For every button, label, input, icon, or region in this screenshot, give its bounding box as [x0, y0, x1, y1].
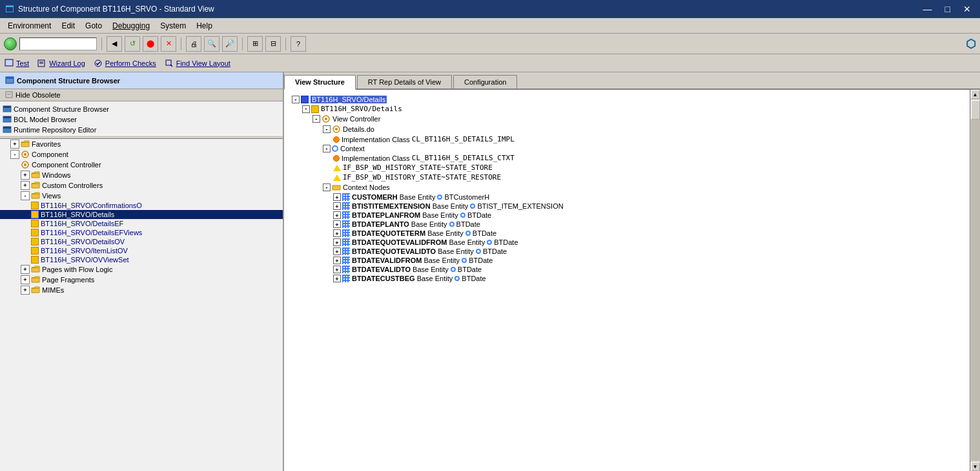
rt-qvfrom-toggle[interactable]: +	[333, 238, 341, 246]
sidebar-item-favorites[interactable]: + Favorites	[0, 139, 283, 149]
sidebar-item-fragments[interactable]: + Page Fragments	[0, 275, 283, 285]
sidebar-item-bol-model[interactable]: BOL Model Browser	[0, 114, 283, 125]
status-indicator[interactable]	[4, 37, 17, 50]
help-button[interactable]: ?	[291, 36, 306, 52]
rt-quoteterm-toggle[interactable]: +	[333, 229, 341, 237]
sidebar-item-view-confirm[interactable]: BT116H_SRVO/ConfirmationsO	[0, 201, 283, 210]
command-input[interactable]	[19, 37, 97, 50]
rt-btdatequoteterm[interactable]: + BTDATEQUOTETERM Base Entity BTDate	[289, 229, 975, 238]
tool1-button[interactable]: ⊞	[247, 36, 263, 52]
rt-warn-2[interactable]: IF_BSP_WD_HISTORY_STATE~STATE_RESTORE	[289, 173, 975, 182]
wizard-log-action[interactable]: Wizard Log	[37, 58, 85, 68]
sidebar-item-comp-ctrl[interactable]: Component Controller	[0, 160, 283, 170]
sidebar-item-view-itemlist[interactable]: BT116H_SRVO/ItemListOV	[0, 246, 283, 255]
find-button[interactable]: 🔍	[204, 36, 219, 52]
sidebar-item-windows[interactable]: + Windows	[0, 170, 283, 180]
rt-btdateplanfrom[interactable]: + BTDATEPLANFROM Base Entity BTDate	[289, 211, 975, 220]
mimes-toggle[interactable]: +	[21, 286, 30, 295]
scrollbar-thumb[interactable]	[971, 100, 980, 120]
sidebar-item-view-ovviewset[interactable]: BT116H_SRVO/OVViewSet	[0, 255, 283, 264]
fragments-toggle[interactable]: +	[21, 275, 30, 284]
rt-btist-entity-icon	[470, 204, 475, 209]
rt-qvto-toggle[interactable]: +	[333, 247, 341, 255]
scrollbar-up[interactable]: ▲	[971, 90, 980, 99]
rt-node1-toggle[interactable]: -	[302, 105, 310, 113]
rt-customerh[interactable]: + CUSTOMERH Base Entity BTCustomerH	[289, 193, 975, 202]
test-action[interactable]: Test	[4, 58, 29, 68]
rt-root[interactable]: - BT116H_SRVO/Details	[289, 95, 975, 104]
rt-dd-toggle[interactable]: -	[323, 125, 331, 133]
rt-custbeg-toggle[interactable]: +	[333, 275, 341, 282]
rt-warn-1[interactable]: IF_BSP_WD_HISTORY_STATE~STATE_STORE	[289, 163, 975, 173]
sidebar-item-runtime[interactable]: Runtime Repository Editor	[0, 125, 283, 135]
sidebar-item-component[interactable]: - Component	[0, 149, 283, 160]
rt-impl-class-1[interactable]: Implementation Class CL_BT116H_S_DETAILS…	[289, 134, 975, 144]
rt-vfrom-toggle[interactable]: +	[333, 256, 341, 264]
mimes-label: MIMEs	[42, 286, 64, 294]
refresh-button[interactable]: ↺	[125, 36, 140, 52]
menu-edit[interactable]: Edit	[56, 20, 80, 32]
rt-btdatevalidto[interactable]: + BTDATEVALIDTO Base Entity BTDate	[289, 265, 975, 274]
favorites-toggle[interactable]: +	[10, 140, 19, 149]
minimize-button[interactable]: —	[919, 3, 936, 16]
rt-cust-toggle[interactable]: +	[333, 193, 341, 201]
rt-planfrom-toggle[interactable]: +	[333, 211, 341, 219]
rt-vc-toggle[interactable]: -	[312, 115, 320, 123]
sidebar-item-view-efviews[interactable]: BT116H_SRVO/DetailsEFViews	[0, 228, 283, 237]
scrollbar-down[interactable]: ▼	[971, 462, 980, 471]
tab-view-structure[interactable]: View Structure	[284, 75, 356, 90]
menu-debugging[interactable]: Debugging	[107, 20, 155, 32]
print-button[interactable]: 🖨	[186, 36, 201, 52]
sidebar-item-comp-struct[interactable]: Component Structure Browser	[0, 104, 283, 114]
tool2-button[interactable]: ⊟	[265, 36, 281, 52]
find-view-action[interactable]: Find View Layout	[164, 58, 230, 68]
rt-btdatequotevalidto[interactable]: + BTDATEQUOTEVALIDTO Base Entity BTDate	[289, 247, 975, 256]
rt-cn-toggle[interactable]: -	[323, 183, 331, 191]
sidebar-item-view-details[interactable]: BT116H_SRVO/Details	[0, 210, 283, 219]
sidebar-item-view-detailsov[interactable]: BT116H_SRVO/DetailsOV	[0, 237, 283, 246]
pages-toggle[interactable]: +	[21, 265, 30, 274]
rt-btdatequotevalidfrom[interactable]: + BTDATEQUOTEVALIDFROM Base Entity BTDat…	[289, 238, 975, 247]
rt-btist-toggle[interactable]: +	[333, 202, 341, 210]
close-button[interactable]: ✕	[959, 3, 975, 16]
scrollbar-right[interactable]: ▲ ▼	[970, 90, 980, 471]
perform-checks-action[interactable]: Perform Checks	[93, 58, 156, 68]
find2-button[interactable]: 🔎	[222, 36, 238, 52]
rt-vto-toggle[interactable]: +	[333, 266, 341, 273]
hide-obsolete-label[interactable]: Hide Obsolete	[15, 91, 61, 99]
rt-node1[interactable]: - BT116H_SRVO/Details	[289, 104, 975, 114]
custom-ctrl-toggle[interactable]: +	[21, 181, 30, 190]
rt-btdateplanto[interactable]: + BTDATEPLANTO Base Entity BTDate	[289, 220, 975, 229]
rt-btdatecustbeg[interactable]: + BTDATECUSTBEG Base Entity BTDate	[289, 274, 975, 283]
maximize-button[interactable]: □	[941, 3, 954, 16]
rt-btistitem[interactable]: + BTISTITEMEXTENSION Base Entity BTIST_I…	[289, 202, 975, 211]
rt-impl-class-2[interactable]: Implementation Class CL_BT116H_S_DETAILS…	[289, 153, 975, 163]
rt-root-toggle[interactable]: -	[292, 96, 300, 103]
windows-toggle[interactable]: +	[21, 171, 30, 180]
rt-ctx-toggle[interactable]: -	[323, 145, 331, 152]
tab-rt-rep[interactable]: RT Rep Details of View	[357, 75, 452, 89]
menu-environment[interactable]: Environment	[3, 20, 56, 32]
menu-goto[interactable]: Goto	[80, 20, 107, 32]
component-toggle[interactable]: -	[10, 150, 19, 159]
sidebar-item-custom-ctrl[interactable]: + Custom Controllers	[0, 180, 283, 191]
cancel-button[interactable]: ✕	[161, 36, 176, 52]
back-button[interactable]: ◀	[107, 36, 122, 52]
sidebar-item-view-detailsef[interactable]: BT116H_SRVO/DetailsEF	[0, 219, 283, 228]
view-ef-label: BT116H_SRVO/DetailsEF	[41, 220, 123, 227]
sidebar-item-pages[interactable]: + Pages with Flow Logic	[0, 264, 283, 275]
menu-system[interactable]: System	[155, 20, 191, 32]
rt-view-controller[interactable]: - View Controller	[289, 114, 975, 124]
rt-context-nodes[interactable]: - Context Nodes	[289, 182, 975, 193]
rt-details-do[interactable]: - Details.do	[289, 124, 975, 134]
menu-help[interactable]: Help	[191, 20, 218, 32]
views-toggle[interactable]: -	[21, 191, 30, 200]
rt-context-main[interactable]: - Context	[289, 144, 975, 153]
sidebar-item-views[interactable]: - Views	[0, 191, 283, 201]
rt-btdatevalidfrom[interactable]: + BTDATEVALIDFROM Base Entity BTDate	[289, 256, 975, 265]
tab-configuration[interactable]: Configuration	[453, 75, 517, 89]
wizard-log-icon	[37, 58, 47, 68]
sidebar-item-mimes[interactable]: + MIMEs	[0, 285, 283, 295]
stop-button[interactable]: ⬤	[143, 36, 158, 52]
rt-planto-toggle[interactable]: +	[333, 220, 341, 228]
